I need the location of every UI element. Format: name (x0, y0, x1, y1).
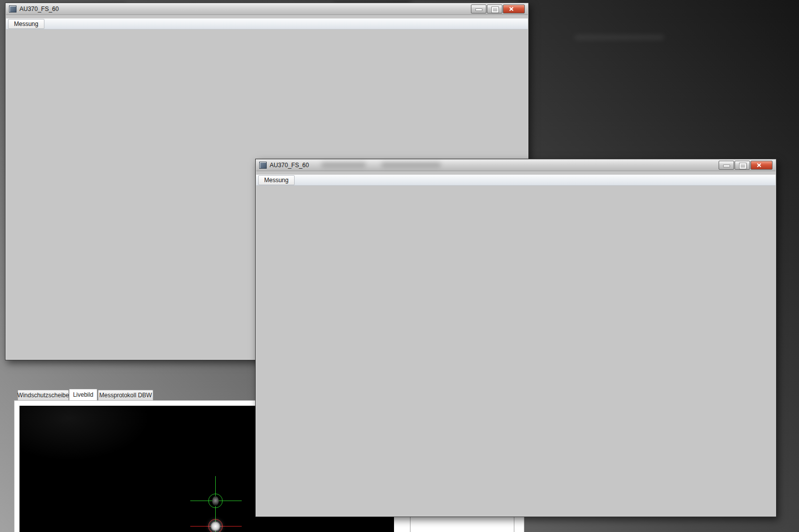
window-windschutzscheibe: AU370_FS_60 Messung Windschutzscheibe Li… (255, 159, 777, 517)
desktop: { "back_window": { "title": "AU370_FS_60… (0, 0, 799, 532)
dim-target-blob (212, 496, 219, 506)
close-button[interactable] (751, 161, 773, 170)
minimize-button[interactable] (471, 4, 486, 13)
title-bar[interactable]: AU370_FS_60 (6, 3, 528, 15)
maximize-button[interactable] (735, 161, 750, 170)
menu-item-messung[interactable]: Messung (258, 175, 295, 185)
menu-bar: Messung (6, 18, 528, 29)
bright-target-blob (211, 522, 220, 531)
menu-bar: Messung (256, 175, 776, 186)
minimize-icon (723, 165, 730, 167)
menu-item-messung[interactable]: Messung (8, 19, 44, 29)
minimize-button[interactable] (719, 161, 734, 170)
app-icon (259, 162, 267, 169)
tab-windschutzscheibe[interactable]: Windschutzscheibe (17, 390, 69, 400)
desktop-smudge (574, 35, 664, 40)
title-bar[interactable]: AU370_FS_60 (256, 160, 776, 171)
close-button[interactable] (503, 4, 525, 13)
tab-messprotokoll-dbw[interactable]: Messprotokoll DBW (98, 390, 153, 400)
maximize-icon (492, 7, 498, 12)
app-icon (9, 5, 16, 12)
maximize-icon (740, 163, 746, 169)
minimize-icon (475, 8, 482, 11)
tab-livebild[interactable]: Livebild (69, 389, 97, 400)
window-title: AU370_FS_60 (270, 162, 309, 169)
maximize-button[interactable] (487, 4, 502, 13)
window-title: AU370_FS_60 (19, 5, 59, 12)
